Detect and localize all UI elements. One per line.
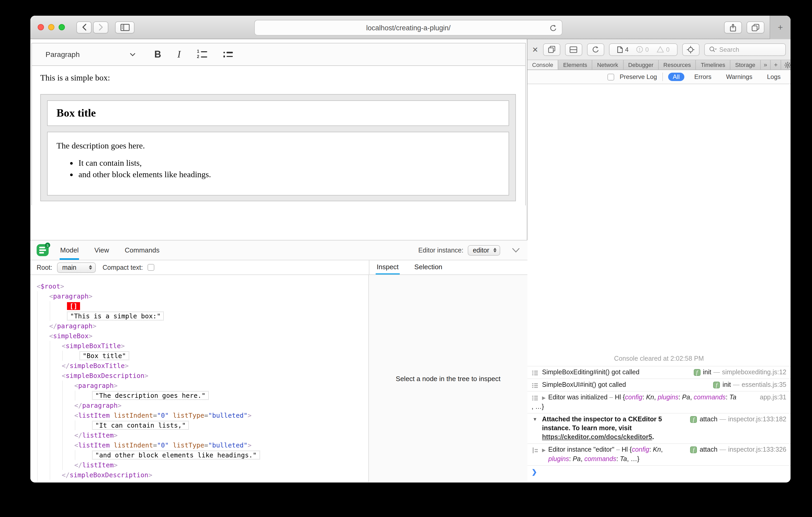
console-entry[interactable]: SimpleBoxUI#init() got calledfinit—essen… [527,378,790,391]
resource-status-group[interactable]: 4 0 [609,43,677,56]
bulleted-list-button[interactable] [224,52,233,57]
address-bar[interactable]: localhost/creating-a-plugin/ [254,20,562,35]
error-octagon-icon [636,46,643,53]
model-text-node[interactable]: "It can contain lists," [87,420,368,430]
model-tree[interactable]: <$root><paragraph>[]"This is a simple bo… [30,275,369,482]
browser-titlebar: localhost/creating-a-plugin/ [30,16,790,39]
console-scope-errors[interactable]: Errors [690,73,716,81]
new-tab-button[interactable]: + [770,16,790,39]
preserve-log-label: Preserve Log [620,73,657,81]
console-entry[interactable]: ▼Attached the inspector to a CKEditor 5i… [527,413,790,443]
disclosure-open-icon[interactable]: ▼ [532,415,537,424]
tab-overflow-button[interactable]: » [760,60,771,69]
box-description-field[interactable]: The description goes here. It can contai… [47,132,509,195]
source-location-link[interactable]: inspector.js:133:326 [728,446,786,454]
reload-page-button[interactable] [587,43,604,56]
share-icon [729,23,737,32]
reload-button[interactable] [549,24,557,32]
devtools-tab-network[interactable]: Network [592,60,624,69]
model-text-node[interactable]: "and other block elements like headings.… [87,450,368,460]
function-badge: f [694,369,700,376]
devtools-search-field[interactable]: Search [704,43,786,56]
devtools-tab-elements[interactable]: Elements [558,60,592,69]
web-page: Paragraph B I 1 2 [30,39,527,482]
model-text-node[interactable]: "This is a simple box:" [62,311,368,321]
console-scope-all[interactable]: All [668,73,684,81]
sidebar-icon [120,23,129,31]
detach-devtools-button[interactable] [543,43,560,56]
disclosure-collapsed-icon[interactable]: ▶ [542,448,546,453]
model-element-node[interactable]: <$root><paragraph>[]"This is a simple bo… [37,281,368,482]
inspector-tab-commands[interactable]: Commands [124,240,160,260]
description-bullet[interactable]: and other block elements like headings. [79,170,509,179]
back-button[interactable] [77,21,92,33]
model-text-node[interactable]: "Box title" [74,351,368,361]
devtools-tab-resources[interactable]: Resources [659,60,696,69]
console-scope-logs[interactable]: Logs [762,73,785,81]
italic-button[interactable]: I [177,49,181,60]
zoom-window-button[interactable] [59,24,65,30]
paragraph-style-dropdown[interactable]: Paragraph [46,50,136,59]
source-location-link[interactable]: inspector.js:133:182 [728,415,786,424]
model-element-node[interactable]: <paragraph>[]"This is a simple box:"</pa… [49,291,368,331]
console-entry[interactable]: ▶Editor was initialized – Hl {config: Kn… [527,391,790,413]
close-devtools-button[interactable]: ✕ [532,46,538,53]
devtools-settings-button[interactable] [781,60,790,69]
model-element-node[interactable]: <simpleBoxTitle>"Box title"</simpleBoxTi… [62,341,368,371]
preserve-log-checkbox[interactable] [608,73,614,80]
inspect-panel-tabs: InspectSelection [369,260,527,274]
compact-text-checkbox[interactable] [148,264,154,271]
share-button[interactable] [724,22,742,33]
model-text-node[interactable]: "The description goes here." [87,391,368,400]
close-window-button[interactable] [38,24,44,30]
simple-box-widget[interactable]: Box title The description goes here. It … [40,94,516,201]
editor-instance-select[interactable]: editor [467,245,500,255]
devtools-toolbar: ✕ [527,39,790,60]
description-bullet[interactable]: It can contain lists, [79,158,509,168]
description-paragraph[interactable]: The description goes here. [57,141,509,151]
show-tabs-button[interactable] [747,22,764,33]
model-element-node[interactable]: <simpleBox><simpleBoxTitle>"Box title"</… [49,331,368,482]
sidebar-toggle-button[interactable] [115,21,135,33]
model-element-node[interactable]: <simpleBoxDescription><paragraph>"The de… [62,371,368,480]
editor-content[interactable]: This is a simple box: Box title The desc… [32,73,525,212]
forward-button[interactable] [93,21,108,33]
element-picker-button[interactable] [682,43,699,56]
devtools-tab-storage[interactable]: Storage [730,60,760,69]
devtools-tab-timelines[interactable]: Timelines [696,60,730,69]
model-element-node[interactable]: <paragraph>"The description goes here."<… [74,381,368,410]
add-tab-button[interactable]: + [771,60,781,69]
panel-tab-selection[interactable]: Selection [413,260,443,274]
console-entry[interactable]: ▶Editor instance "editor" – Hl {config: … [527,443,790,465]
source-location-link[interactable]: essentials.js:35 [742,381,786,390]
root-select[interactable]: main [57,262,96,273]
inspect-panel: Select a node in the tree to inspect [369,275,527,482]
model-element-node[interactable]: <listItem listIndent="0" listType="bulle… [74,410,368,440]
source-location-link[interactable]: simpleboxediting.js:12 [722,368,786,377]
nested-log-icon [532,447,539,454]
inspector-tab-model[interactable]: Model [60,240,79,260]
divider [662,73,663,81]
devtools-tab-console[interactable]: Console [527,60,558,69]
dock-devtools-button[interactable] [565,43,582,56]
description-list: It can contain lists,and other block ele… [57,158,509,179]
panel-tab-inspect[interactable]: Inspect [376,260,400,274]
model-selection-marker[interactable]: [] [62,301,368,311]
function-badge: f [690,416,697,423]
numbered-list-button[interactable]: 1 2 [197,50,207,59]
model-element-node[interactable]: <listItem listIndent="0" listType="bulle… [74,440,368,470]
ckeditor-logo-icon: 5 [37,244,49,256]
intro-paragraph[interactable]: This is a simple box: [40,73,525,83]
console-prompt[interactable]: ❯ [527,465,790,482]
minimize-window-button[interactable] [48,24,54,30]
page-resources-count: 4 [616,46,628,53]
devtools-tab-debugger[interactable]: Debugger [624,60,659,69]
box-title-field[interactable]: Box title [47,100,509,126]
console-entry[interactable]: SimpleBoxEditing#init() got calledfinit—… [527,366,790,378]
disclosure-collapsed-icon[interactable]: ▶ [542,395,546,400]
collapse-inspector-button[interactable] [512,247,520,253]
console-scope-warnings[interactable]: Warnings [721,73,757,81]
bold-button[interactable]: B [154,49,161,60]
source-location-link[interactable]: app.js:31 [760,393,786,402]
inspector-tab-view[interactable]: View [94,240,110,260]
